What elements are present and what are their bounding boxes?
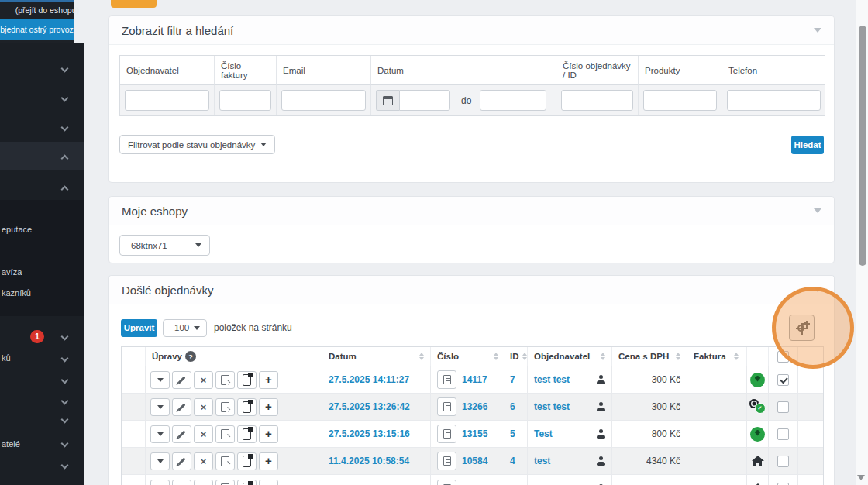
produkty-input[interactable] <box>643 90 717 111</box>
order-detail-button[interactable] <box>437 480 456 485</box>
chevron-down-icon[interactable] <box>61 333 69 341</box>
row-checkbox[interactable] <box>777 401 789 413</box>
row-add-button[interactable]: + <box>259 480 278 485</box>
order-id-link[interactable]: 7 <box>510 374 515 385</box>
sidebar-item-atele[interactable]: atelé <box>2 439 20 449</box>
row-edit-button[interactable] <box>172 452 191 470</box>
row-document-button[interactable] <box>215 425 235 443</box>
sidebar-item-ku[interactable]: ků <box>2 353 11 363</box>
order-production-button[interactable]: bjednat ostrý provoz <box>0 19 74 40</box>
top-action-button[interactable] <box>111 0 157 8</box>
goto-eshop-link[interactable]: (přejít do eshopu) <box>16 5 79 15</box>
chevron-down-icon[interactable] <box>61 440 69 448</box>
sidebar-item-reputace[interactable]: eputace <box>2 225 32 234</box>
row-expand-button[interactable] <box>150 425 170 443</box>
chevron-down-icon[interactable] <box>61 124 69 132</box>
page-size-select[interactable]: 100 <box>163 319 207 337</box>
customer-link[interactable]: Test <box>534 428 553 439</box>
row-document-button[interactable] <box>215 452 235 470</box>
row-expand-button[interactable] <box>150 371 170 389</box>
chevron-down-icon[interactable] <box>61 355 69 363</box>
row-document-button[interactable] <box>215 480 235 485</box>
order-number-link[interactable]: 13266 <box>462 401 487 412</box>
row-edit-button[interactable] <box>172 371 191 389</box>
header-id[interactable]: ID <box>505 347 528 366</box>
order-date-link[interactable]: 27.5.2025 13:26:42 <box>329 401 410 412</box>
date-from-input[interactable] <box>399 90 450 111</box>
status-filter-dropdown[interactable]: Filtrovat podle stavu objednávky <box>119 135 275 154</box>
row-edit-button[interactable] <box>172 398 191 416</box>
row-document-button[interactable] <box>215 371 235 389</box>
row-expand-button[interactable] <box>150 398 170 416</box>
chevron-down-icon[interactable] <box>61 416 69 424</box>
row-checkbox[interactable] <box>777 374 789 386</box>
row-edit-button[interactable] <box>172 480 191 485</box>
row-delete-button[interactable]: × <box>194 371 213 389</box>
order-id-link[interactable]: 4 <box>510 456 515 466</box>
order-number-link[interactable]: 10584 <box>462 456 487 466</box>
select-all-checkbox[interactable] <box>777 351 789 363</box>
header-faktura[interactable]: Faktura <box>687 347 747 366</box>
collapse-chevron-icon[interactable] <box>814 28 822 33</box>
sidebar-item-zakazniku[interactable]: kazníků <box>2 288 31 298</box>
chevron-down-icon[interactable] <box>61 397 69 405</box>
order-date-link[interactable]: 11.4.2025 10:58:54 <box>329 456 409 466</box>
row-add-button[interactable]: + <box>259 425 278 443</box>
scrollbar-down-arrow[interactable] <box>857 475 865 480</box>
scrollbar-thumb[interactable] <box>859 26 866 266</box>
help-icon[interactable]: ? <box>185 351 196 362</box>
customer-link[interactable]: test test <box>534 374 570 385</box>
row-expand-button[interactable] <box>150 480 170 485</box>
header-objednavatel[interactable]: Objednavatel <box>528 347 612 366</box>
telefon-input[interactable] <box>727 90 821 111</box>
order-detail-button[interactable] <box>437 452 456 470</box>
eshop-select[interactable]: 68ktnx71 <box>119 235 210 256</box>
chevron-down-icon[interactable] <box>61 377 69 384</box>
calendar-icon[interactable] <box>376 90 399 111</box>
order-detail-button[interactable] <box>437 425 456 443</box>
row-mobile-button[interactable] <box>237 398 257 416</box>
row-add-button[interactable]: + <box>259 398 278 416</box>
sidebar-item-aviza[interactable]: avíza <box>2 267 22 277</box>
chevron-down-icon[interactable] <box>61 462 69 470</box>
search-button[interactable]: Hledat <box>791 136 824 154</box>
row-add-button[interactable]: + <box>259 371 278 389</box>
chevron-up-icon[interactable] <box>61 186 69 194</box>
row-mobile-button[interactable] <box>237 425 257 443</box>
customer-link[interactable]: test <box>534 456 550 466</box>
row-mobile-button[interactable] <box>237 480 257 485</box>
header-datum[interactable]: Datum <box>322 347 431 366</box>
row-edit-button[interactable] <box>172 425 191 443</box>
header-cislo[interactable]: Číslo <box>431 347 505 366</box>
row-document-button[interactable] <box>215 398 235 416</box>
header-cena[interactable]: Cena s DPH <box>612 347 687 366</box>
collapse-chevron-icon[interactable] <box>814 208 822 213</box>
order-date-link[interactable]: 27.5.2025 13:15:16 <box>329 428 410 439</box>
row-delete-button[interactable]: × <box>194 480 213 485</box>
edit-button[interactable]: Upravit <box>121 319 157 337</box>
email-input[interactable] <box>281 90 366 111</box>
scrollbar[interactable] <box>856 0 868 485</box>
order-number-link[interactable]: 13155 <box>462 428 487 439</box>
customer-link[interactable]: test test <box>534 401 570 412</box>
order-detail-button[interactable] <box>437 397 456 416</box>
row-mobile-button[interactable] <box>237 371 257 389</box>
row-checkbox[interactable] <box>777 456 789 467</box>
order-id-link[interactable]: 5 <box>510 428 515 439</box>
chevron-down-icon[interactable] <box>61 65 69 73</box>
order-number-link[interactable]: 14117 <box>462 374 487 385</box>
objednavatel-input[interactable] <box>125 90 209 111</box>
collapse-chevron-icon[interactable] <box>814 287 822 292</box>
row-checkbox[interactable] <box>777 428 789 440</box>
order-date-link[interactable]: 27.5.2025 14:11:27 <box>329 374 409 385</box>
row-delete-button[interactable]: × <box>194 452 213 470</box>
row-mobile-button[interactable] <box>237 452 257 470</box>
cislo-objednavky-input[interactable] <box>561 90 633 111</box>
cislo-faktury-input[interactable] <box>219 90 271 111</box>
row-add-button[interactable]: + <box>259 452 278 470</box>
order-detail-button[interactable] <box>437 370 456 389</box>
date-to-input[interactable] <box>480 90 546 111</box>
row-delete-button[interactable]: × <box>194 398 213 416</box>
chevron-down-icon[interactable] <box>61 95 69 102</box>
table-settings-button[interactable] <box>789 315 815 341</box>
